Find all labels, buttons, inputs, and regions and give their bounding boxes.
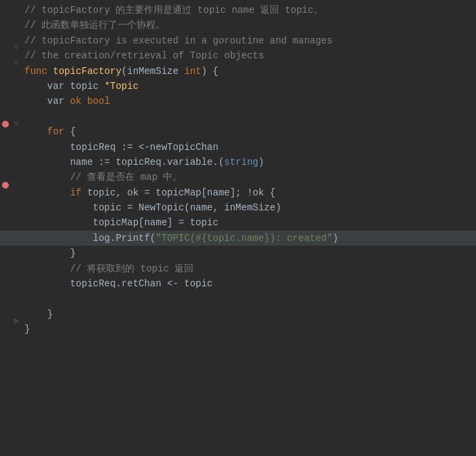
code-line-13: if topic, ok = topicMap[name]; !ok { [0, 185, 476, 200]
code-line-8 [0, 109, 476, 124]
code-line-21: } [0, 307, 476, 322]
chinese-text: 返回 [175, 263, 194, 274]
line-content-6: var topic *Topic [22, 79, 476, 94]
code-text: var topic [24, 81, 105, 92]
code-text: log.Printf( [24, 233, 155, 244]
type-text: *Topic [105, 81, 139, 92]
code-text: } [24, 324, 30, 335]
code-text: topic = NewTopic(name, inMemSize) [24, 202, 281, 213]
line-content-10: topicReq := <-newTopicChan [22, 140, 476, 155]
comment-text: topic name [191, 5, 260, 16]
string-text: "TOPIC(#{topic.name}): created" [155, 233, 332, 244]
line-content-20 [22, 291, 476, 306]
code-text: } [24, 248, 76, 259]
chinese-text: 返回 [260, 5, 279, 16]
code-line-18: // 将获取到的 topic 返回 [0, 261, 476, 276]
line-content-13: if topic, ok = topicMap[name]; !ok { [22, 185, 476, 200]
code-text [24, 126, 48, 137]
line-content-7: var ok bool [22, 94, 476, 109]
line-content-19: topicReq.retChan <- topic [22, 276, 476, 291]
line-content-16: log.Printf("TOPIC(#{topic.name}): create… [22, 231, 476, 246]
code-text: var [24, 96, 70, 107]
code-line-19: topicReq.retChan <- topic [0, 276, 476, 291]
breakpoint-13[interactable] [2, 182, 9, 189]
line-content-21: } [22, 307, 476, 322]
comment-text: // [24, 20, 41, 31]
code-line-5: ▽ func topicFactory(inMemSize int) { [0, 64, 476, 79]
code-line-15: topicMap[name] = topic [0, 215, 476, 230]
code-line-12: // 查看是否在 map 中。 [0, 170, 476, 185]
code-text: topicReq.retChan <- topic [24, 278, 213, 289]
code-line-22: ▷ } [0, 322, 476, 337]
line-content-12: // 查看是否在 map 中。 [22, 170, 476, 185]
code-text: (inMemSize [122, 66, 184, 77]
keyword-func: func [24, 66, 53, 77]
code-line-11: name := topicReq.variable.(string) [0, 155, 476, 170]
code-text [24, 187, 70, 198]
line-content-8 [22, 109, 476, 124]
code-editor: // topicFactory 的主要作用是通过 topic name 返回 t… [0, 0, 476, 456]
keyword-if: if [70, 187, 81, 198]
code-line-7: var ok bool [0, 94, 476, 109]
code-line-6: var topic *Topic [0, 79, 476, 94]
comment-text: topic [134, 263, 175, 274]
line-content-18: // 将获取到的 topic 返回 [22, 261, 476, 276]
code-text: ) [258, 157, 263, 168]
line-content-3: // topicFactory is executed in a gorouti… [22, 33, 476, 48]
code-line-2: // 此函数单独运行了一个协程。 [0, 18, 476, 33]
comment-text: map [134, 172, 163, 183]
fold-arrow-9[interactable]: ▽ [12, 120, 20, 128]
code-line-3: // topicFactory is executed in a gorouti… [0, 33, 476, 48]
comment-text: // [24, 263, 87, 274]
code-line-14: topic = NewTopic(name, inMemSize) [0, 200, 476, 215]
chinese-text: 此函数单独运行了一个协程。 [41, 20, 165, 31]
code-text: name := topicReq.variable.( [24, 157, 224, 168]
line-content-15: topicMap[name] = topic [22, 215, 476, 230]
type-string: string [224, 157, 258, 168]
keyword-for: for [48, 126, 65, 137]
code-text: } [24, 309, 53, 320]
code-line-1: // topicFactory 的主要作用是通过 topic name 返回 t… [0, 3, 476, 18]
chinese-text: 的主要作用是通过 [115, 5, 191, 16]
keyword-ok: ok [70, 96, 81, 107]
code-line-10: topicReq := <-newTopicChan [0, 140, 476, 155]
code-line-17: } [0, 246, 476, 261]
comment-text: // topicFactory is executed in a gorouti… [24, 35, 333, 46]
code-line-9: ▽ for { [0, 124, 476, 139]
code-text: ) [333, 233, 338, 244]
line-content-1: // topicFactory 的主要作用是通过 topic name 返回 t… [22, 3, 476, 18]
code-line-20 [0, 291, 476, 306]
line-content-14: topic = NewTopic(name, inMemSize) [22, 200, 476, 215]
line-content-9: for { [22, 124, 476, 139]
code-text: topicMap[name] = topic [24, 217, 219, 228]
line-content-5: func topicFactory(inMemSize int) { [22, 64, 476, 79]
line-content-4: // the creation/retrieval of Topic objec… [22, 48, 476, 63]
comment-text: // the creation/retrieval of Topic objec… [24, 50, 264, 61]
fold-arrow-5[interactable]: ▽ [12, 60, 20, 68]
code-text: ) { [201, 66, 218, 77]
fold-arrow-4[interactable]: ▽ [12, 44, 20, 52]
chinese-text: 将获取到的 [87, 263, 134, 274]
line-content-17: } [22, 246, 476, 261]
comment-text: topic [279, 5, 313, 16]
code-text: { [65, 126, 76, 137]
func-name: topicFactory [53, 66, 122, 77]
keyword-bool: bool [81, 96, 110, 107]
code-line-16: log.Printf("TOPIC(#{topic.name}): create… [0, 231, 476, 246]
chinese-text: 查看是否在 [87, 172, 134, 183]
chinese-text: 中。 [163, 172, 182, 183]
code-text: topic, ok = topicMap[name]; !ok { [81, 187, 276, 198]
line-content-2: // 此函数单独运行了一个协程。 [22, 18, 476, 33]
comment-text: // topicFactory [24, 5, 115, 16]
code-text: topicReq := <-newTopicChan [24, 142, 219, 153]
comment-text: // [24, 172, 87, 183]
line-content-11: name := topicReq.variable.(string) [22, 155, 476, 170]
keyword-int: int [184, 66, 201, 77]
line-content-22: } [22, 322, 476, 337]
code-line-4: ▽ // the creation/retrieval of Topic obj… [0, 48, 476, 63]
breakpoint-9[interactable] [2, 121, 9, 128]
chinese-text: 。 [314, 5, 323, 16]
fold-arrow-22[interactable]: ▷ [12, 318, 20, 326]
